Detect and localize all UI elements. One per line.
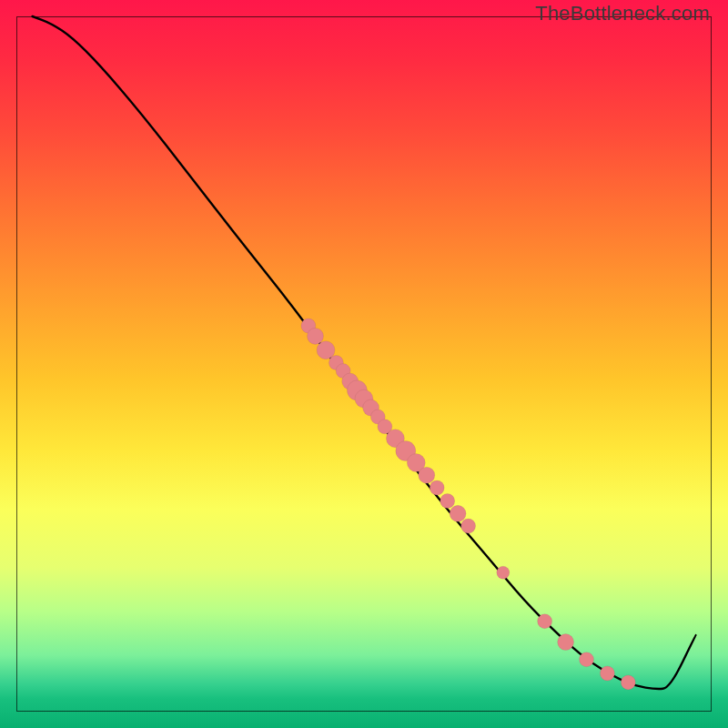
scatter-dot [308,328,324,344]
scatter-dot [450,505,466,521]
scatter-dot [600,666,614,681]
scatter-dot [558,634,574,651]
chart-overlay [0,0,728,728]
scatter-dot [621,675,635,690]
scatter-dot [580,652,594,667]
scatter-dot [419,467,435,483]
chart-container: TheBottleneck.com [0,0,728,728]
scatter-dot [538,614,552,629]
scatter-dot [440,494,455,509]
scatter-dot [461,519,476,533]
scatter-dot [497,566,510,579]
scatter-dot [430,480,444,495]
watermark-text: TheBottleneck.com [535,2,710,25]
scatter-dots [301,318,635,690]
bottleneck-curve [33,16,696,689]
